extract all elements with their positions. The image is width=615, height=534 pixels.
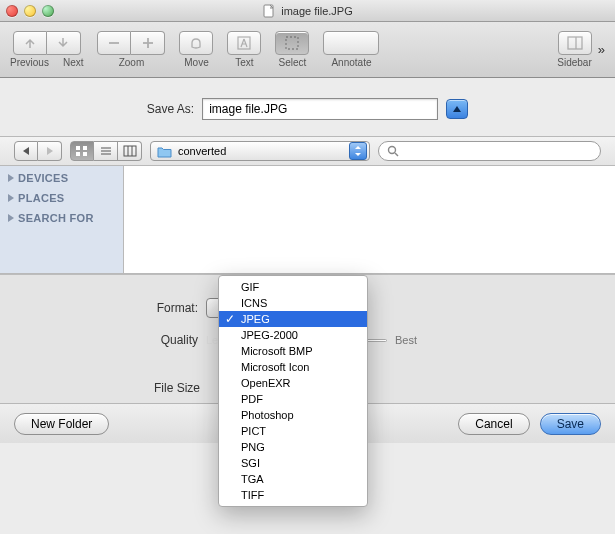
close-button[interactable] xyxy=(6,5,18,17)
window-controls xyxy=(6,5,54,17)
search-icon xyxy=(387,145,399,157)
svg-marker-10 xyxy=(23,147,29,155)
filename-input[interactable] xyxy=(202,98,438,120)
select-tool-button[interactable] xyxy=(275,31,309,55)
disclosure-triangle-icon xyxy=(8,214,14,222)
list-view-button[interactable] xyxy=(94,141,118,161)
annotate-label: Annotate xyxy=(331,57,371,68)
format-menu-item[interactable]: ICNS xyxy=(219,295,367,311)
quality-label: Quality xyxy=(148,333,198,347)
svg-point-24 xyxy=(389,147,396,154)
new-folder-button[interactable]: New Folder xyxy=(14,413,109,435)
sidebar-toggle-button[interactable] xyxy=(558,31,592,55)
sidebar-item-search-for[interactable]: SEARCH FOR xyxy=(8,212,115,224)
column-view-button[interactable] xyxy=(118,141,142,161)
svg-rect-15 xyxy=(83,152,87,156)
toolbar-overflow-icon[interactable]: » xyxy=(598,42,605,57)
search-field[interactable] xyxy=(378,141,601,161)
folder-icon xyxy=(157,145,172,158)
svg-rect-4 xyxy=(238,37,250,49)
format-menu-item[interactable]: PICT xyxy=(219,423,367,439)
svg-marker-23 xyxy=(355,153,361,156)
text-tool-button[interactable] xyxy=(227,31,261,55)
zoom-out-button[interactable] xyxy=(97,31,131,55)
format-menu-item[interactable]: Microsoft Icon xyxy=(219,359,367,375)
icon-view-button[interactable] xyxy=(70,141,94,161)
format-menu-item[interactable]: SGI xyxy=(219,455,367,471)
format-menu-item[interactable]: PNG xyxy=(219,439,367,455)
format-menu-item[interactable]: TIFF xyxy=(219,487,367,503)
toolbar: Previous Next Zoom Move Text Select Anno… xyxy=(0,22,615,78)
check-icon: ✓ xyxy=(225,312,235,326)
svg-point-6 xyxy=(345,39,357,47)
format-menu[interactable]: GIFICNS✓JPEGJPEG-2000Microsoft BMPMicros… xyxy=(218,275,368,507)
document-icon xyxy=(262,4,276,18)
disclosure-triangle-icon xyxy=(8,174,14,182)
sidebar: DEVICES PLACES SEARCH FOR xyxy=(0,166,124,273)
format-label: Format: xyxy=(148,301,198,315)
svg-rect-0 xyxy=(264,5,273,17)
back-button[interactable] xyxy=(14,141,38,161)
format-menu-item[interactable]: GIF xyxy=(219,279,367,295)
svg-marker-22 xyxy=(355,146,361,149)
text-label: Text xyxy=(235,57,253,68)
next-label: Next xyxy=(63,57,84,68)
history-nav xyxy=(14,141,62,161)
zoom-label: Zoom xyxy=(119,57,145,68)
file-browser: DEVICES PLACES SEARCH FOR xyxy=(0,166,615,274)
format-menu-item[interactable]: ✓JPEG xyxy=(219,311,367,327)
window-title: image file.JPG xyxy=(281,5,353,17)
collapse-disclosure-button[interactable] xyxy=(446,99,468,119)
titlebar: image file.JPG xyxy=(0,0,615,22)
zoom-in-button[interactable] xyxy=(131,31,165,55)
previous-button[interactable] xyxy=(13,31,47,55)
sidebar-label: Sidebar xyxy=(557,57,591,68)
svg-marker-9 xyxy=(453,106,461,112)
svg-rect-5 xyxy=(286,37,298,49)
svg-marker-11 xyxy=(47,147,53,155)
svg-rect-12 xyxy=(76,146,80,150)
triangle-up-icon xyxy=(452,105,462,113)
location-popup[interactable]: converted xyxy=(150,141,370,161)
format-menu-item[interactable]: JPEG-2000 xyxy=(219,327,367,343)
save-button[interactable]: Save xyxy=(540,413,601,435)
move-label: Move xyxy=(184,57,208,68)
quality-max-label: Best xyxy=(395,334,417,346)
svg-rect-14 xyxy=(76,152,80,156)
sidebar-item-places[interactable]: PLACES xyxy=(8,192,115,204)
chevron-up-down-icon xyxy=(349,142,367,160)
browser-header: converted xyxy=(0,136,615,166)
zoom-window-button[interactable] xyxy=(42,5,54,17)
svg-rect-7 xyxy=(568,37,582,49)
sidebar-item-devices[interactable]: DEVICES xyxy=(8,172,115,184)
annotate-button[interactable] xyxy=(323,31,379,55)
format-menu-item[interactable]: TGA xyxy=(219,471,367,487)
location-label: converted xyxy=(178,145,343,157)
search-input[interactable] xyxy=(404,145,592,157)
format-menu-item[interactable]: Microsoft BMP xyxy=(219,343,367,359)
disclosure-triangle-icon xyxy=(8,194,14,202)
save-as-row: Save As: xyxy=(0,94,615,124)
forward-button[interactable] xyxy=(38,141,62,161)
svg-rect-19 xyxy=(124,146,136,156)
save-as-label: Save As: xyxy=(147,102,194,116)
svg-line-25 xyxy=(395,153,398,156)
minimize-button[interactable] xyxy=(24,5,36,17)
format-menu-item[interactable]: PDF xyxy=(219,391,367,407)
svg-rect-13 xyxy=(83,146,87,150)
next-button[interactable] xyxy=(47,31,81,55)
move-tool-button[interactable] xyxy=(179,31,213,55)
cancel-button[interactable]: Cancel xyxy=(458,413,529,435)
previous-label: Previous xyxy=(10,57,49,68)
select-label: Select xyxy=(279,57,307,68)
format-menu-item[interactable]: OpenEXR xyxy=(219,375,367,391)
file-pane[interactable] xyxy=(124,166,615,273)
format-menu-item[interactable]: Photoshop xyxy=(219,407,367,423)
view-mode-segment xyxy=(70,141,142,161)
